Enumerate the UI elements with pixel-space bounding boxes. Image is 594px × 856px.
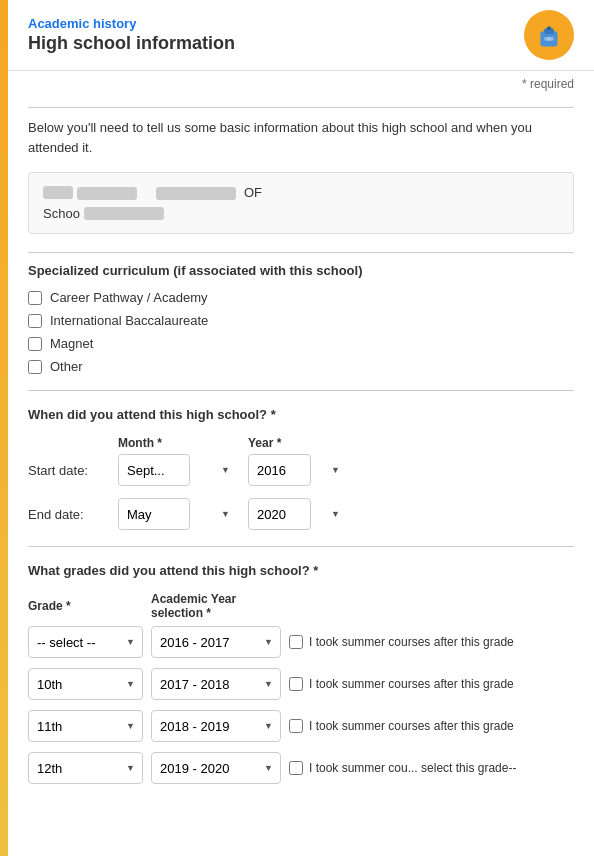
breadcrumb: Academic history	[28, 16, 235, 31]
grade-select-wrapper-1[interactable]: 9th -- select -- 10th 10th 11th 12th	[28, 668, 143, 700]
summer-label-1[interactable]: I took summer courses after this grade	[289, 677, 514, 691]
start-date-label: Start date:	[28, 463, 108, 478]
curriculum-label-0: Career Pathway / Academy	[50, 290, 208, 305]
when-divider	[28, 546, 574, 547]
grade-select-3[interactable]: 9th 10th 11th 12th -- select --	[28, 752, 143, 784]
end-month-wrapper[interactable]: May Jan... Feb... Mar... Apr... Jun... J…	[118, 498, 238, 530]
school-divider	[28, 252, 574, 253]
curriculum-checkbox-0[interactable]	[28, 291, 42, 305]
curriculum-option-1[interactable]: International Baccalaureate	[28, 313, 574, 328]
curriculum-divider	[28, 390, 574, 391]
top-divider	[28, 107, 574, 108]
required-note: * required	[8, 71, 594, 97]
curriculum-label-3: Other	[50, 359, 83, 374]
school-info-box: OF Schoo	[28, 172, 574, 234]
curriculum-option-0[interactable]: Career Pathway / Academy	[28, 290, 574, 305]
avatar	[524, 10, 574, 60]
grade-row-3: 9th 10th 11th 12th -- select -- 2016 - 2…	[28, 752, 574, 784]
summer-text-3: I took summer cou... select this grade--	[309, 761, 516, 775]
year-col-header: Academic Year selection *	[151, 592, 281, 620]
grade-row-2: 9th 10th 11th 12th -- select -- 2016 - 2…	[28, 710, 574, 742]
specialized-curriculum-section: Specialized curriculum (if associated wi…	[28, 263, 574, 374]
academic-year-select-2[interactable]: 2016 - 2017 2017 - 2018 2018 - 2019 2019…	[151, 710, 281, 742]
academic-year-select-wrapper-1[interactable]: 2016 - 2017 2017 - 2018 2018 - 2019 2019…	[151, 668, 281, 700]
school-name-blurred	[77, 185, 236, 200]
curriculum-option-3[interactable]: Other	[28, 359, 574, 374]
grade-select-wrapper-0[interactable]: -- select -- 9th 10th 11th 12th	[28, 626, 143, 658]
curriculum-label-2: Magnet	[50, 336, 93, 351]
grade-select-1[interactable]: 9th -- select -- 10th 10th 11th 12th	[28, 668, 143, 700]
end-date-row: End date: May Jan... Feb... Mar... Apr..…	[28, 498, 574, 530]
summer-checkbox-1[interactable]	[289, 677, 303, 691]
summer-label-2[interactable]: I took summer courses after this grade	[289, 719, 514, 733]
end-month-select[interactable]: May Jan... Feb... Mar... Apr... Jun... J…	[118, 498, 190, 530]
summer-checkbox-2[interactable]	[289, 719, 303, 733]
summer-checkbox-3[interactable]	[289, 761, 303, 775]
grades-section-title: What grades did you attend this high sch…	[28, 563, 574, 578]
grade-select-wrapper-2[interactable]: 9th 10th 11th 12th -- select --	[28, 710, 143, 742]
grade-select-wrapper-3[interactable]: 9th 10th 11th 12th -- select --	[28, 752, 143, 784]
blurred-school-prefix	[43, 186, 73, 199]
summer-checkbox-0[interactable]	[289, 635, 303, 649]
grades-section: What grades did you attend this high sch…	[28, 563, 574, 784]
curriculum-checkbox-1[interactable]	[28, 314, 42, 328]
specialized-curriculum-title: Specialized curriculum (if associated wi…	[28, 263, 574, 278]
description-text: Below you'll need to tell us some basic …	[28, 118, 574, 157]
start-month-wrapper[interactable]: Sept... Jan... Feb... Mar... Apr... May …	[118, 454, 238, 486]
academic-year-select-wrapper-0[interactable]: 2016 - 2017 2017 - 2018 2018 - 2019 2019…	[151, 626, 281, 658]
when-section: When did you attend this high school? * …	[28, 407, 574, 530]
summer-text-1: I took summer courses after this grade	[309, 677, 514, 691]
left-accent-bar	[0, 0, 8, 856]
end-year-wrapper[interactable]: 2020 2014 2015 2016 2017 2018 2019 2021	[248, 498, 348, 530]
academic-year-select-wrapper-2[interactable]: 2016 - 2017 2017 - 2018 2018 - 2019 2019…	[151, 710, 281, 742]
date-column-headers: Month * Year *	[28, 436, 574, 450]
page-title: High school information	[28, 33, 235, 54]
when-section-title: When did you attend this high school? *	[28, 407, 574, 422]
grade-col-header: Grade *	[28, 599, 143, 613]
summer-text-2: I took summer courses after this grade	[309, 719, 514, 733]
curriculum-checkbox-2[interactable]	[28, 337, 42, 351]
grade-row-1: 9th -- select -- 10th 10th 11th 12th 201…	[28, 668, 574, 700]
summer-label-0[interactable]: I took summer courses after this grade	[289, 635, 514, 649]
school-line1: OF	[43, 185, 559, 200]
academic-year-select-0[interactable]: 2016 - 2017 2017 - 2018 2018 - 2019 2019…	[151, 626, 281, 658]
month-column-header: Month *	[118, 436, 238, 450]
page-header: Academic history High school information	[8, 0, 594, 71]
end-date-label: End date:	[28, 507, 108, 522]
start-month-select[interactable]: Sept... Jan... Feb... Mar... Apr... May …	[118, 454, 190, 486]
year-column-header: Year *	[248, 436, 348, 450]
header-left: Academic history High school information	[28, 16, 235, 54]
summer-label-3[interactable]: I took summer cou... select this grade--	[289, 761, 516, 775]
grade-row-0: -- select -- 9th 10th 11th 12th 2016 - 2…	[28, 626, 574, 658]
curriculum-label-1: International Baccalaureate	[50, 313, 208, 328]
school-of-text: OF	[244, 185, 262, 200]
academic-year-select-wrapper-3[interactable]: 2016 - 2017 2017 - 2018 2018 - 2019 2019…	[151, 752, 281, 784]
blurred-school-suffix	[84, 207, 164, 220]
school-line2: Schoo	[43, 206, 559, 221]
start-year-select[interactable]: 2016 2014 2015 2017 2018 2019 2020 2021	[248, 454, 311, 486]
academic-year-select-3[interactable]: 2016 - 2017 2017 - 2018 2018 - 2019 2019…	[151, 752, 281, 784]
svg-rect-3	[547, 26, 551, 30]
grade-select-0[interactable]: -- select -- 9th 10th 11th 12th	[28, 626, 143, 658]
curriculum-checkboxes: Career Pathway / Academy International B…	[28, 290, 574, 374]
grade-select-2[interactable]: 9th 10th 11th 12th -- select --	[28, 710, 143, 742]
school-prefix: Schoo	[43, 206, 80, 221]
summer-text-0: I took summer courses after this grade	[309, 635, 514, 649]
curriculum-checkbox-3[interactable]	[28, 360, 42, 374]
curriculum-option-2[interactable]: Magnet	[28, 336, 574, 351]
academic-year-select-1[interactable]: 2016 - 2017 2017 - 2018 2018 - 2019 2019…	[151, 668, 281, 700]
start-date-row: Start date: Sept... Jan... Feb... Mar...…	[28, 454, 574, 486]
start-year-wrapper[interactable]: 2016 2014 2015 2017 2018 2019 2020 2021	[248, 454, 348, 486]
end-year-select[interactable]: 2020 2014 2015 2016 2017 2018 2019 2021	[248, 498, 311, 530]
grades-column-headers: Grade * Academic Year selection *	[28, 592, 574, 620]
